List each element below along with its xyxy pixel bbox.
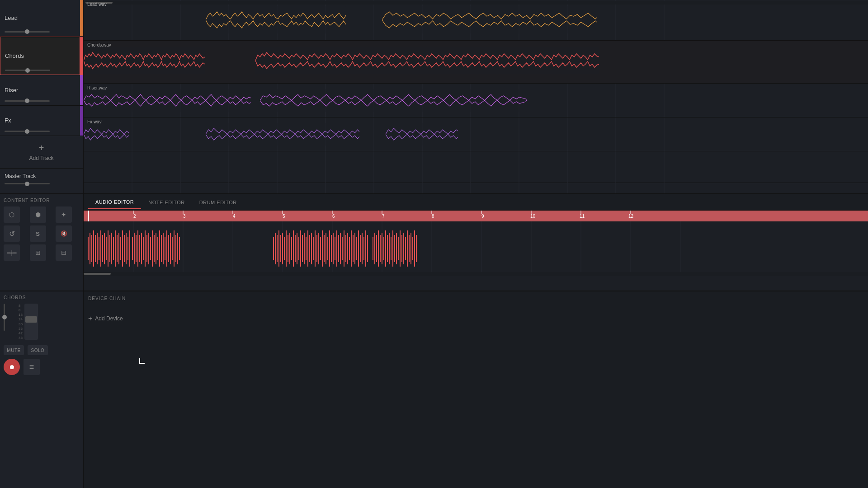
stretch-icon-btn[interactable]: S bbox=[30, 225, 46, 242]
ruler-svg: 2 3 4 5 6 7 8 9 10 11 12 bbox=[84, 211, 868, 221]
add-device-plus-icon: + bbox=[88, 314, 92, 323]
loop-icon-btn[interactable]: ↺ bbox=[4, 225, 20, 242]
chords-clip-1[interactable] bbox=[84, 47, 205, 74]
audio-editor-grid bbox=[84, 221, 868, 276]
chords-track-name: Chords bbox=[5, 52, 24, 59]
track-header-riser: Riser bbox=[0, 75, 83, 105]
svg-text:11: 11 bbox=[580, 214, 585, 219]
chords-timeline-track: Chords.wav bbox=[84, 41, 868, 84]
chords-vertical-slider[interactable] bbox=[4, 304, 5, 331]
track-header-lead: Lead bbox=[0, 0, 83, 37]
svg-text:9: 9 bbox=[481, 214, 484, 219]
riser-clip-label: Riser.wav bbox=[87, 85, 107, 90]
svg-text:10: 10 bbox=[530, 214, 536, 219]
tab-note-editor[interactable]: NOTE EDITOR bbox=[141, 196, 192, 209]
device-chain-label: DEVICE CHAIN bbox=[88, 296, 863, 301]
svg-rect-21 bbox=[84, 211, 868, 221]
svg-text:2: 2 bbox=[133, 214, 136, 219]
consolidate-icon-btn[interactable]: ⬢ bbox=[30, 206, 46, 223]
track-header-chords: Chords bbox=[0, 37, 83, 75]
horizontal-scroll-area[interactable] bbox=[84, 1, 868, 5]
riser-volume-slider[interactable] bbox=[5, 100, 50, 102]
chords-volume-slider[interactable] bbox=[5, 70, 50, 71]
record-button[interactable]: ⏺ bbox=[4, 359, 20, 375]
chords-fader-area: 8 8 18 24 30 36 42 48 bbox=[19, 304, 38, 340]
svg-rect-14 bbox=[84, 47, 205, 74]
lead-color-bar bbox=[80, 0, 83, 36]
svg-rect-17 bbox=[260, 89, 527, 112]
svg-rect-12 bbox=[206, 6, 346, 33]
svg-rect-15 bbox=[255, 47, 599, 74]
riser-clip-1[interactable] bbox=[84, 89, 251, 112]
audio-scroll-thumb[interactable] bbox=[84, 273, 111, 275]
fx-volume-slider[interactable] bbox=[5, 131, 50, 132]
lead-volume-slider[interactable] bbox=[5, 31, 50, 33]
playhead[interactable] bbox=[88, 211, 89, 221]
lead-clip-2[interactable] bbox=[382, 6, 597, 33]
duplicate-icon-btn[interactable]: ⬡ bbox=[4, 206, 20, 223]
master-track-label: Master Track bbox=[5, 173, 78, 179]
fx-timeline-track: Fx.wav bbox=[84, 117, 868, 151]
svg-rect-19 bbox=[206, 123, 359, 145]
svg-text:3: 3 bbox=[183, 214, 186, 219]
fx-clip-3[interactable] bbox=[386, 123, 458, 145]
fx-clip-1[interactable] bbox=[84, 123, 129, 145]
db-scale: 8 8 18 24 30 36 42 48 bbox=[19, 304, 23, 340]
fx-color-bar bbox=[80, 106, 83, 136]
chords-controls-area: 8 8 18 24 30 36 42 48 bbox=[4, 304, 79, 340]
riser-color-bar bbox=[80, 75, 83, 105]
empty-timeline-area bbox=[84, 151, 868, 183]
grid-icon-btn[interactable]: ⊞ bbox=[30, 244, 46, 261]
audio-editor-panel: AUDIO EDITOR NOTE EDITOR DRUM EDITOR 2 3… bbox=[84, 194, 868, 291]
channel-fader[interactable] bbox=[24, 304, 38, 340]
mute-icon-btn[interactable]: 🔇 bbox=[56, 225, 72, 242]
solo-button[interactable]: SOLO bbox=[28, 345, 48, 355]
svg-rect-20 bbox=[386, 123, 458, 145]
fx-clip-2[interactable] bbox=[206, 123, 359, 145]
audio-editor-content: 2 3 4 5 6 7 8 9 10 11 12 bbox=[84, 211, 868, 291]
lead-track-name: Lead bbox=[5, 14, 18, 21]
eq-icon-btn[interactable]: ═╪═ bbox=[4, 244, 20, 261]
add-track-plus-icon: + bbox=[39, 143, 44, 153]
master-track-section: Master Track bbox=[0, 168, 83, 193]
fx-track-name: Fx bbox=[5, 117, 11, 124]
audio-ruler: 2 3 4 5 6 7 8 9 10 11 12 bbox=[84, 211, 868, 221]
device-chain-panel: DEVICE CHAIN + Add Device bbox=[84, 291, 868, 488]
audio-clip-label: Chords.wav bbox=[87, 223, 111, 228]
chords-slider-thumb[interactable] bbox=[2, 315, 7, 319]
content-editor-panel: CONTENT EDITOR ⬡ ⬢ ✦ ↺ S 🔇 ═╪═ ⊞ ⊟ bbox=[0, 194, 84, 291]
remove-grid-icon-btn[interactable]: ⊟ bbox=[56, 244, 72, 261]
mixer-icon-btn[interactable]: ≡ bbox=[24, 359, 40, 375]
svg-text:8: 8 bbox=[432, 214, 434, 219]
timeline-area: Lead.wav Chords.wav bbox=[84, 0, 868, 193]
mute-button[interactable]: MUTE bbox=[4, 345, 24, 355]
riser-clip-2[interactable] bbox=[260, 89, 527, 112]
audio-waveform-area: Chords.wav bbox=[84, 221, 868, 276]
tab-drum-editor[interactable]: DRUM EDITOR bbox=[192, 196, 244, 209]
lead-clip-1[interactable] bbox=[206, 6, 346, 33]
master-volume-slider[interactable] bbox=[5, 183, 50, 184]
add-track-button[interactable]: + Add Track bbox=[0, 136, 83, 168]
tab-audio-editor[interactable]: AUDIO EDITOR bbox=[88, 196, 141, 209]
svg-text:4: 4 bbox=[233, 214, 236, 219]
cursor-indicator bbox=[139, 358, 145, 364]
fader-thumb[interactable] bbox=[25, 316, 37, 323]
chords-color-bar bbox=[80, 37, 82, 75]
split-icon-btn[interactable]: ✦ bbox=[56, 206, 72, 223]
svg-rect-16 bbox=[84, 89, 251, 112]
lead-clip-label: Lead.wav bbox=[87, 2, 107, 7]
add-track-label: Add Track bbox=[29, 155, 53, 161]
chords-clip-2[interactable] bbox=[255, 47, 599, 74]
mute-solo-row: MUTE SOLO bbox=[4, 345, 79, 355]
content-editor-icons: ⬡ ⬢ ✦ ↺ S 🔇 ═╪═ ⊞ ⊟ bbox=[4, 206, 79, 261]
svg-text:7: 7 bbox=[382, 214, 385, 219]
bottom-icons: ⏺ ≡ bbox=[4, 359, 79, 375]
audio-editor-scroll[interactable] bbox=[84, 272, 868, 276]
svg-rect-18 bbox=[84, 123, 129, 145]
svg-text:5: 5 bbox=[283, 214, 285, 219]
add-device-button[interactable]: + Add Device bbox=[88, 314, 863, 323]
svg-rect-13 bbox=[382, 6, 597, 33]
chords-section-label: CHORDS bbox=[4, 295, 79, 300]
chords-panel: CHORDS 8 8 18 24 30 36 42 48 bbox=[0, 291, 84, 488]
svg-text:6: 6 bbox=[332, 214, 335, 219]
